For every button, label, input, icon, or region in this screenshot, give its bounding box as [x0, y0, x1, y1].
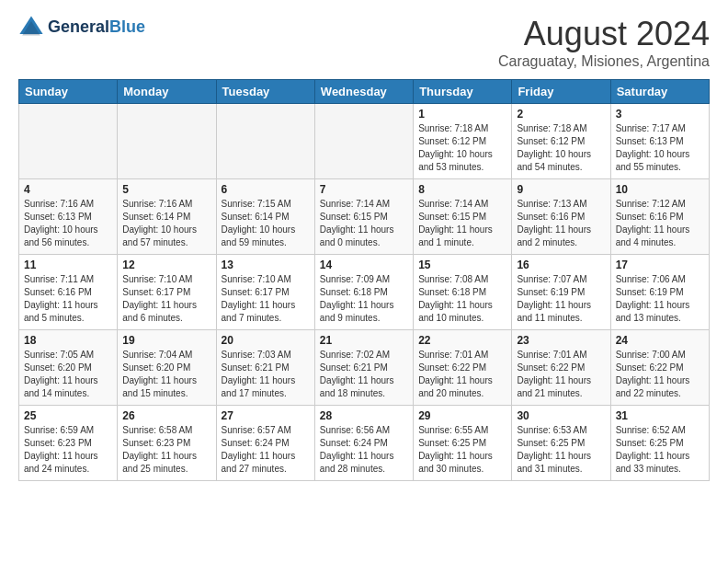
day-info: Sunrise: 7:13 AM Sunset: 6:16 PM Dayligh…	[517, 198, 605, 249]
logo-line1: General	[48, 17, 109, 36]
day-number: 29	[418, 409, 506, 422]
day-number: 2	[517, 108, 605, 121]
calendar-cell: 21Sunrise: 7:02 AM Sunset: 6:21 PM Dayli…	[314, 330, 413, 406]
calendar-cell: 24Sunrise: 7:00 AM Sunset: 6:22 PM Dayli…	[610, 330, 709, 406]
day-info: Sunrise: 6:52 AM Sunset: 6:25 PM Dayligh…	[616, 424, 704, 476]
calendar-cell: 23Sunrise: 7:01 AM Sunset: 6:22 PM Dayli…	[512, 330, 610, 406]
calendar-header-thursday: Thursday	[414, 80, 512, 104]
day-number: 17	[616, 259, 704, 271]
logo-icon	[18, 15, 44, 40]
day-number: 23	[517, 334, 605, 347]
day-info: Sunrise: 7:14 AM Sunset: 6:15 PM Dayligh…	[418, 198, 506, 249]
day-info: Sunrise: 7:03 AM Sunset: 6:21 PM Dayligh…	[222, 349, 310, 400]
calendar-cell: 18Sunrise: 7:05 AM Sunset: 6:20 PM Dayli…	[19, 330, 118, 406]
title-area: August 2024 Caraguatay, Misiones, Argent…	[498, 15, 710, 70]
calendar-cell: 30Sunrise: 6:53 AM Sunset: 6:25 PM Dayli…	[512, 406, 610, 481]
day-info: Sunrise: 7:15 AM Sunset: 6:14 PM Dayligh…	[222, 198, 310, 249]
day-info: Sunrise: 6:53 AM Sunset: 6:25 PM Dayligh…	[517, 424, 605, 476]
calendar-cell: 19Sunrise: 7:04 AM Sunset: 6:20 PM Dayli…	[118, 330, 216, 406]
day-number: 15	[418, 259, 506, 271]
day-info: Sunrise: 7:05 AM Sunset: 6:20 PM Dayligh…	[24, 349, 112, 400]
calendar-cell: 25Sunrise: 6:59 AM Sunset: 6:23 PM Dayli…	[19, 406, 118, 481]
calendar-header-row: SundayMondayTuesdayWednesdayThursdayFrid…	[19, 80, 710, 104]
calendar-cell: 7Sunrise: 7:14 AM Sunset: 6:15 PM Daylig…	[314, 179, 413, 255]
calendar-cell: 1Sunrise: 7:18 AM Sunset: 6:12 PM Daylig…	[414, 104, 512, 179]
day-info: Sunrise: 6:59 AM Sunset: 6:23 PM Dayligh…	[24, 424, 112, 476]
calendar-cell: 16Sunrise: 7:07 AM Sunset: 6:19 PM Dayli…	[512, 255, 610, 330]
calendar-week-2: 4Sunrise: 7:16 AM Sunset: 6:13 PM Daylig…	[19, 179, 710, 255]
calendar-header-friday: Friday	[512, 80, 610, 104]
day-info: Sunrise: 7:12 AM Sunset: 6:16 PM Dayligh…	[616, 198, 704, 249]
day-info: Sunrise: 7:16 AM Sunset: 6:14 PM Dayligh…	[122, 198, 210, 249]
day-number: 20	[222, 334, 310, 347]
day-info: Sunrise: 7:16 AM Sunset: 6:13 PM Dayligh…	[24, 198, 112, 249]
day-info: Sunrise: 7:11 AM Sunset: 6:16 PM Dayligh…	[24, 273, 112, 325]
calendar-cell: 26Sunrise: 6:58 AM Sunset: 6:23 PM Dayli…	[118, 406, 216, 481]
day-info: Sunrise: 7:08 AM Sunset: 6:18 PM Dayligh…	[418, 273, 506, 325]
day-info: Sunrise: 7:14 AM Sunset: 6:15 PM Dayligh…	[320, 198, 408, 249]
calendar-header-wednesday: Wednesday	[314, 80, 413, 104]
day-number: 26	[122, 409, 210, 422]
calendar: SundayMondayTuesdayWednesdayThursdayFrid…	[18, 79, 710, 481]
day-number: 9	[517, 183, 605, 196]
calendar-cell: 10Sunrise: 7:12 AM Sunset: 6:16 PM Dayli…	[610, 179, 709, 255]
calendar-week-3: 11Sunrise: 7:11 AM Sunset: 6:16 PM Dayli…	[19, 255, 710, 330]
day-info: Sunrise: 6:55 AM Sunset: 6:25 PM Dayligh…	[418, 424, 506, 476]
day-info: Sunrise: 7:10 AM Sunset: 6:17 PM Dayligh…	[222, 273, 310, 325]
day-number: 8	[418, 183, 506, 196]
day-number: 3	[616, 108, 704, 121]
calendar-week-4: 18Sunrise: 7:05 AM Sunset: 6:20 PM Dayli…	[19, 330, 710, 406]
day-number: 4	[24, 183, 112, 196]
day-number: 24	[616, 334, 704, 347]
calendar-cell: 12Sunrise: 7:10 AM Sunset: 6:17 PM Dayli…	[118, 255, 216, 330]
day-info: Sunrise: 7:18 AM Sunset: 6:12 PM Dayligh…	[517, 122, 605, 174]
day-info: Sunrise: 7:10 AM Sunset: 6:17 PM Dayligh…	[122, 273, 210, 325]
calendar-header-sunday: Sunday	[19, 80, 118, 104]
day-number: 28	[320, 409, 408, 422]
calendar-cell: 17Sunrise: 7:06 AM Sunset: 6:19 PM Dayli…	[610, 255, 709, 330]
calendar-cell: 13Sunrise: 7:10 AM Sunset: 6:17 PM Dayli…	[216, 255, 314, 330]
day-number: 6	[222, 183, 310, 196]
day-number: 7	[320, 183, 408, 196]
day-number: 10	[616, 183, 704, 196]
day-number: 11	[24, 259, 112, 271]
calendar-cell	[19, 104, 118, 179]
day-number: 25	[24, 409, 112, 422]
main-title: August 2024	[498, 15, 710, 53]
day-number: 21	[320, 334, 408, 347]
calendar-week-1: 1Sunrise: 7:18 AM Sunset: 6:12 PM Daylig…	[19, 104, 710, 179]
calendar-header-monday: Monday	[118, 80, 216, 104]
header: GeneralBlue August 2024 Caraguatay, Misi…	[18, 15, 710, 70]
day-info: Sunrise: 7:09 AM Sunset: 6:18 PM Dayligh…	[320, 273, 408, 325]
day-info: Sunrise: 7:17 AM Sunset: 6:13 PM Dayligh…	[616, 122, 704, 174]
subtitle: Caraguatay, Misiones, Argentina	[498, 53, 710, 70]
day-number: 22	[418, 334, 506, 347]
day-info: Sunrise: 6:58 AM Sunset: 6:23 PM Dayligh…	[122, 424, 210, 476]
day-number: 30	[517, 409, 605, 422]
logo-line2: Blue	[109, 17, 145, 36]
calendar-cell: 20Sunrise: 7:03 AM Sunset: 6:21 PM Dayli…	[216, 330, 314, 406]
day-info: Sunrise: 7:01 AM Sunset: 6:22 PM Dayligh…	[418, 349, 506, 400]
day-number: 19	[122, 334, 210, 347]
calendar-cell: 29Sunrise: 6:55 AM Sunset: 6:25 PM Dayli…	[414, 406, 512, 481]
calendar-cell	[118, 104, 216, 179]
logo-area: GeneralBlue	[18, 15, 145, 40]
day-number: 18	[24, 334, 112, 347]
day-number: 14	[320, 259, 408, 271]
day-info: Sunrise: 6:57 AM Sunset: 6:24 PM Dayligh…	[222, 424, 310, 476]
calendar-cell: 15Sunrise: 7:08 AM Sunset: 6:18 PM Dayli…	[414, 255, 512, 330]
calendar-header-saturday: Saturday	[610, 80, 709, 104]
calendar-cell: 31Sunrise: 6:52 AM Sunset: 6:25 PM Dayli…	[610, 406, 709, 481]
day-info: Sunrise: 7:01 AM Sunset: 6:22 PM Dayligh…	[517, 349, 605, 400]
calendar-cell: 4Sunrise: 7:16 AM Sunset: 6:13 PM Daylig…	[19, 179, 118, 255]
day-info: Sunrise: 7:04 AM Sunset: 6:20 PM Dayligh…	[122, 349, 210, 400]
day-info: Sunrise: 7:00 AM Sunset: 6:22 PM Dayligh…	[616, 349, 704, 400]
calendar-cell: 3Sunrise: 7:17 AM Sunset: 6:13 PM Daylig…	[610, 104, 709, 179]
calendar-cell: 2Sunrise: 7:18 AM Sunset: 6:12 PM Daylig…	[512, 104, 610, 179]
day-number: 1	[418, 108, 506, 121]
day-info: Sunrise: 7:18 AM Sunset: 6:12 PM Dayligh…	[418, 122, 506, 174]
calendar-cell: 6Sunrise: 7:15 AM Sunset: 6:14 PM Daylig…	[216, 179, 314, 255]
day-info: Sunrise: 7:06 AM Sunset: 6:19 PM Dayligh…	[616, 273, 704, 325]
day-info: Sunrise: 6:56 AM Sunset: 6:24 PM Dayligh…	[320, 424, 408, 476]
day-number: 12	[122, 259, 210, 271]
